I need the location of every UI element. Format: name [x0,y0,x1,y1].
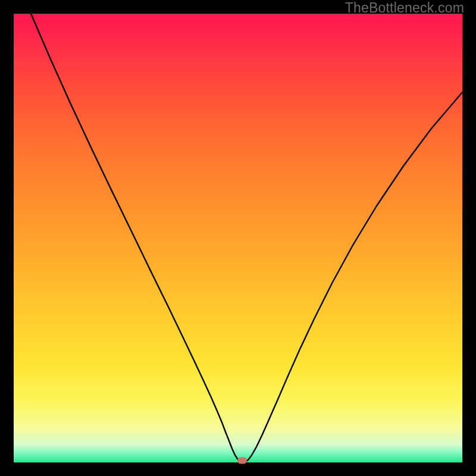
optimum-marker [237,458,247,464]
bottleneck-curve [14,14,462,462]
plot-area [14,14,462,462]
watermark-text: TheBottleneck.com [345,0,464,16]
chart-frame: TheBottleneck.com [0,0,476,476]
